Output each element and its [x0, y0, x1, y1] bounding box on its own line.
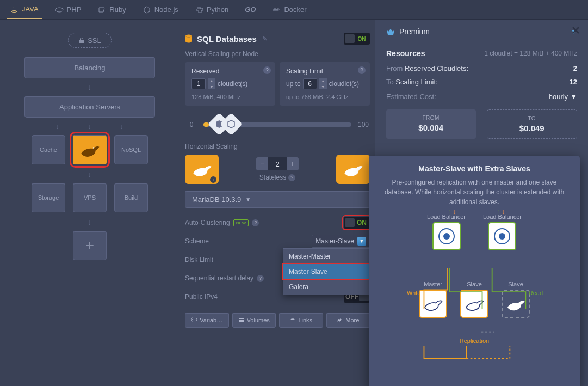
volumes-button[interactable]: Volumes	[232, 313, 276, 328]
reserved-value[interactable]: 1	[191, 78, 206, 89]
links-button[interactable]: Links	[279, 313, 323, 328]
close-icon[interactable]: ✕	[571, 24, 580, 37]
node-nosql[interactable]: NoSQL	[114, 135, 148, 164]
arrow-down-icon: ↓	[88, 218, 92, 226]
ssl-pill[interactable]: SSL	[68, 33, 112, 48]
mariadb-icon	[342, 161, 364, 178]
lb-node-icon	[488, 222, 516, 250]
tab-ruby[interactable]: Ruby	[94, 1, 129, 19]
hs-node-icon-left: i	[185, 155, 219, 184]
help-icon[interactable]: ?	[358, 66, 366, 74]
info-icon[interactable]: i	[210, 176, 216, 183]
node-build[interactable]: Build	[114, 183, 148, 212]
tab-java[interactable]: JAVA	[7, 1, 42, 19]
tooltip-title: Master-Slave with Extra Slaves	[379, 164, 570, 173]
help-icon[interactable]: ?	[252, 219, 259, 226]
write-label: Write	[407, 290, 420, 296]
increment-btn[interactable]: ▲	[319, 78, 327, 84]
svg-rect-4	[239, 318, 244, 319]
node-cache[interactable]: Cache	[32, 135, 65, 164]
decrement-btn[interactable]: ▼	[319, 84, 327, 90]
lb-label: Load Balancer	[427, 213, 466, 220]
help-icon[interactable]: ?	[257, 275, 264, 282]
decrement-btn[interactable]: −	[256, 157, 268, 170]
limit-count: 12	[570, 78, 577, 86]
svg-point-10	[499, 233, 505, 240]
lock-icon	[78, 37, 85, 44]
slider-track[interactable]	[203, 122, 351, 127]
master-label: Master	[419, 281, 447, 287]
scheme-dropdown-menu: Master-Master Master-Slave Galera	[283, 248, 370, 295]
tab-python[interactable]: Python	[191, 1, 232, 19]
add-node-button[interactable]: +	[73, 231, 107, 260]
prefix-label: up to	[286, 80, 301, 88]
to-cost-box: TO$0.049	[487, 109, 578, 139]
premium-selector[interactable]: Premium ▼	[386, 25, 577, 42]
svg-rect-6	[239, 321, 244, 322]
card-subtext: up to 768 MiB, 2.4 GHz	[286, 94, 363, 100]
tab-label: Docker	[284, 5, 306, 14]
card-title: Scaling Limit	[286, 68, 363, 75]
scheme-label: Scheme	[185, 237, 209, 245]
unit-label: cloudlet(s)	[218, 80, 247, 88]
tab-php[interactable]: PHP	[52, 1, 85, 19]
help-icon[interactable]: ?	[288, 174, 295, 181]
extra-slave-node-icon	[502, 290, 530, 318]
arrow-down-icon: ↓	[56, 122, 60, 131]
scheme-value: Master-Slave	[315, 237, 354, 245]
section-title: SQL Databases	[197, 34, 257, 44]
version-selector[interactable]: MariaDB 10.3.9▼	[185, 191, 370, 208]
more-button[interactable]: More	[326, 313, 370, 328]
tab-label: Python	[207, 5, 228, 14]
node-vps[interactable]: VPS	[73, 183, 107, 212]
decrement-btn[interactable]: ▼	[208, 84, 215, 90]
tab-docker[interactable]: Docker	[269, 1, 310, 19]
appservers-node[interactable]: Application Servers	[24, 96, 155, 118]
auto-clustering-toggle[interactable]: ON	[344, 217, 370, 229]
new-badge: NEW	[233, 219, 249, 226]
public-ipv4-label: Public IPv4	[185, 293, 218, 301]
scheme-tooltip: Master-Slave with Extra Slaves Pre-confi…	[369, 156, 580, 386]
scheme-option-master-master[interactable]: Master-Master	[283, 249, 369, 264]
replication-label: Replication	[379, 338, 570, 344]
svg-point-3	[185, 35, 192, 38]
premium-label: Premium	[399, 27, 430, 36]
scheme-option-galera[interactable]: Galera	[283, 279, 369, 295]
balancing-node[interactable]: Balancing	[24, 57, 155, 78]
node-sql-active[interactable]	[73, 135, 107, 164]
card-title: Reserved	[191, 68, 269, 75]
limit-value[interactable]: 6	[303, 78, 317, 89]
tab-label: Node.js	[154, 5, 178, 14]
hs-node-icon-right	[336, 155, 370, 184]
increment-btn[interactable]: +	[287, 157, 299, 170]
replication-diagram: ↑↓ ↑↓ Load Balancer Load Balancer Write …	[379, 213, 570, 382]
lb-node-icon	[432, 222, 461, 250]
reserved-count: 2	[573, 64, 577, 72]
reserved-card: ? Reserved 1 ▲▼ cloudlet(s) 128 MiB, 400…	[185, 62, 275, 106]
increment-btn[interactable]: ▲	[208, 78, 215, 84]
tab-go[interactable]: GO	[242, 1, 259, 18]
section-toggle[interactable]: ON	[344, 33, 370, 45]
language-tabs: JAVA PHP Ruby Node.js Python GO Docker	[0, 0, 588, 20]
scheme-dropdown[interactable]: Master-Slave ▼	[312, 235, 370, 248]
hs-count-spinner[interactable]: − 2 +	[256, 157, 299, 170]
variables-button[interactable]: Variab…	[185, 313, 229, 328]
help-icon[interactable]: ?	[263, 66, 271, 74]
tab-nodejs[interactable]: Node.js	[139, 1, 182, 19]
cloudlet-equation: 1 cloudlet = 128 MiB + 400 MHz	[484, 50, 577, 57]
slave-label: Slave	[502, 281, 530, 287]
node-storage[interactable]: Storage	[32, 183, 65, 212]
version-label: MariaDB 10.3.9	[192, 195, 241, 204]
svg-rect-5	[239, 320, 244, 321]
slider-max: 100	[357, 121, 370, 128]
mariadb-icon	[78, 141, 101, 158]
resources-heading: Resources	[386, 49, 425, 58]
stateless-label: Stateless	[259, 174, 286, 181]
hs-value: 2	[268, 160, 287, 168]
edit-icon[interactable]: ✎	[262, 35, 267, 42]
scaling-slider[interactable]: 0 100	[185, 117, 370, 133]
period-selector[interactable]: hourly ▼	[549, 93, 577, 101]
database-icon	[185, 34, 193, 43]
slave-node-icon	[460, 290, 488, 318]
scheme-option-master-slave[interactable]: Master-Slave	[283, 264, 369, 279]
